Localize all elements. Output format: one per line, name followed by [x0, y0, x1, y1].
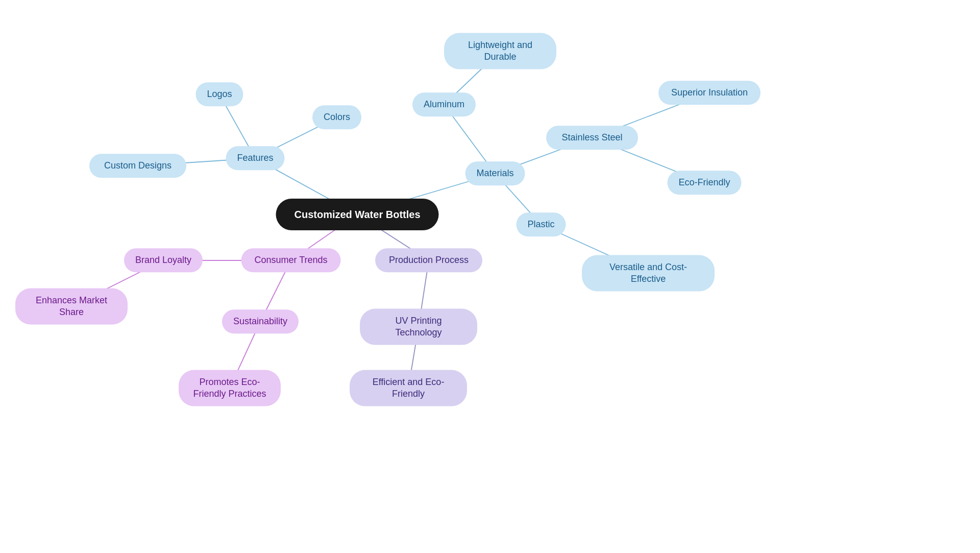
- node-aluminum: Aluminum: [412, 92, 476, 116]
- node-enhances-market: Enhances Market Share: [15, 288, 128, 325]
- node-eco-friendly-mat: Eco-Friendly: [667, 171, 741, 195]
- node-uv-printing: UV Printing Technology: [360, 309, 477, 345]
- node-efficient-eco: Efficient and Eco-Friendly: [350, 370, 467, 406]
- node-features: Features: [226, 146, 284, 170]
- node-plastic: Plastic: [516, 212, 566, 236]
- node-stainless-steel: Stainless Steel: [546, 126, 638, 150]
- node-versatile: Versatile and Cost-Effective: [582, 255, 715, 292]
- node-brand-loyalty: Brand Loyalty: [124, 248, 203, 272]
- node-promotes-eco: Promotes Eco-Friendly Practices: [179, 370, 281, 406]
- node-center: Customized Water Bottles: [276, 199, 438, 230]
- node-colors: Colors: [312, 105, 361, 129]
- node-logos: Logos: [195, 82, 243, 106]
- node-production: Production Process: [375, 248, 482, 272]
- connections-svg: [0, 0, 980, 553]
- node-sustainability: Sustainability: [222, 309, 299, 333]
- node-materials: Materials: [465, 161, 525, 185]
- node-custom-designs: Custom Designs: [89, 154, 186, 178]
- node-superior-insulation: Superior Insulation: [658, 81, 761, 105]
- node-consumer-trends: Consumer Trends: [241, 248, 341, 272]
- mind-map-container: Customized Water BottlesFeaturesLogosCol…: [0, 0, 980, 553]
- node-lightweight: Lightweight and Durable: [444, 33, 556, 69]
